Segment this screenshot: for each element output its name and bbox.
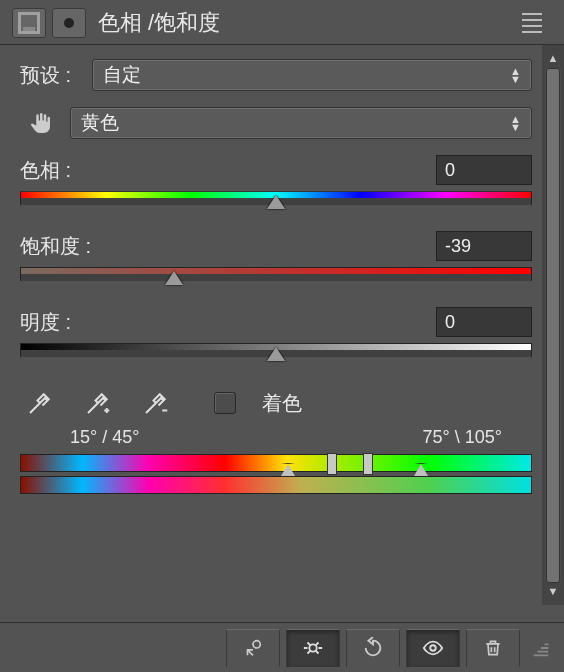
range-handle-outer-left[interactable] [281,463,295,476]
range-readout-right: 75° \ 105° [422,427,502,448]
eyedropper-add-tool[interactable] [78,383,118,423]
scroll-down-arrow[interactable]: ▼ [548,584,559,599]
delete-button[interactable] [466,629,520,667]
toggle-visibility-footer-button[interactable] [406,629,460,667]
svg-point-1 [309,644,316,651]
reset-button[interactable] [346,629,400,667]
targeted-adjustment-tool[interactable] [20,105,60,141]
chevron-updown-icon: ▲▼ [510,68,521,83]
saturation-track [20,267,532,281]
toggle-visibility-button[interactable] [52,8,86,38]
clip-to-layer-button[interactable] [226,629,280,667]
view-previous-state-button[interactable] [286,629,340,667]
scroll-thumb[interactable] [546,68,560,583]
eyedropper-tool[interactable] [20,383,60,423]
panel-title: 色相 /饱和度 [98,8,522,38]
hue-label: 色相 : [20,157,436,184]
lightness-slider[interactable] [20,343,532,369]
dot-icon [64,18,74,28]
panel-header: 色相 /饱和度 [0,0,564,45]
channel-value: 黄色 [81,110,119,136]
eyedropper-subtract-tool[interactable] [136,383,176,423]
hue-range-strip-top[interactable] [20,454,532,472]
hue-input[interactable] [436,155,532,185]
footer-toolbar [0,622,564,672]
svg-point-2 [430,645,436,651]
scrollbar[interactable]: ▲ ▼ [542,45,564,605]
channel-select[interactable]: 黄色 ▲▼ [70,107,532,139]
panel-body: 预设 : 自定 ▲▼ 黄色 ▲▼ 色相 : 饱和度 : [0,45,542,605]
lightness-label: 明度 : [20,309,436,336]
saturation-label: 饱和度 : [20,233,436,260]
range-handle-outer-right[interactable] [414,463,428,476]
hue-thumb[interactable] [267,195,285,209]
saturation-input[interactable] [436,231,532,261]
saturation-thumb[interactable] [165,271,183,285]
save-preset-button[interactable] [12,8,46,38]
svg-point-0 [253,641,260,648]
preset-value: 自定 [103,62,141,88]
hue-range-strip-bottom [20,476,532,494]
resize-grip-icon[interactable] [530,637,552,659]
preset-label: 预设 : [20,62,92,89]
range-readout-left: 15° / 45° [70,427,140,448]
scroll-up-arrow[interactable]: ▲ [548,51,559,66]
saturation-slider[interactable] [20,267,532,293]
chevron-updown-icon: ▲▼ [510,116,521,131]
lightness-input[interactable] [436,307,532,337]
colorize-label: 着色 [262,390,302,417]
colorize-checkbox[interactable] [214,392,236,414]
hue-slider[interactable] [20,191,532,217]
range-handle-inner-left[interactable] [327,453,337,475]
panel-menu-button[interactable] [522,13,552,33]
save-icon [18,12,40,34]
preset-select[interactable]: 自定 ▲▼ [92,59,532,91]
scroll-track[interactable] [545,68,561,582]
lightness-thumb[interactable] [267,347,285,361]
range-handle-inner-right[interactable] [363,453,373,475]
